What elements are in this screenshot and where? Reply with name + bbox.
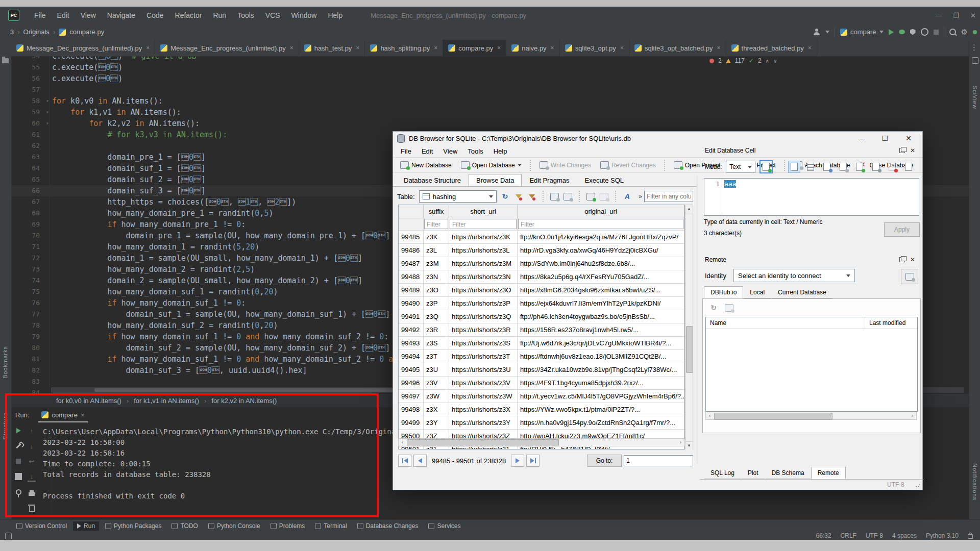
cell[interactable]: ftp://knO.0u1j4zkyi6esga2q.ia/Mz76LJgonH…	[518, 231, 684, 244]
stripe-bookmarks[interactable]: Bookmarks	[2, 346, 8, 379]
cell[interactable]: 99485	[399, 231, 424, 244]
lock-icon[interactable]	[968, 534, 973, 539]
export-icon[interactable]	[853, 161, 866, 173]
cell[interactable]: https://urlshorts/z3K	[449, 231, 518, 244]
maximize-icon[interactable]: ☐	[875, 132, 895, 145]
table-row[interactable]: 99485z3Khttps://urlshorts/z3Kftp://knO.0…	[399, 231, 684, 244]
filter-cell[interactable]: Filter	[449, 218, 518, 231]
scroll-left-icon[interactable]: ‹	[399, 439, 406, 446]
table-row[interactable]: 99499z3Yhttps://urlshorts/z3Yhttps://n.h…	[399, 416, 684, 430]
clear-cell-icon[interactable]	[886, 161, 898, 173]
cell[interactable]: https://YWz.vwo5kpx.t1/ptma/0lP2ZT/?...	[518, 403, 684, 416]
close-icon[interactable]: ✕	[898, 132, 919, 145]
cell[interactable]: 99499	[399, 416, 424, 430]
dock-tab-sql-log[interactable]: SQL Log	[704, 467, 741, 479]
status-item[interactable]: 4 spaces	[892, 532, 917, 539]
user-icon[interactable]	[813, 29, 820, 36]
scroll-right-icon[interactable]: ›	[677, 439, 684, 446]
import-cell-icon[interactable]	[760, 160, 773, 173]
scroll-right-icon[interactable]: ›	[909, 412, 916, 419]
table-row[interactable]: 99489z3Ohttps://urlshorts/z3Ohttps://x8m…	[399, 284, 684, 297]
mode-selector[interactable]: Text	[726, 161, 755, 173]
status-item[interactable]: 66:32	[816, 532, 831, 539]
cell[interactable]: z3K	[424, 231, 449, 244]
save-filters-icon[interactable]	[527, 192, 536, 201]
goto-button[interactable]: Go to:	[587, 455, 622, 467]
cell[interactable]: ftp://Uj.w6d7rk.je3c/qr/jDLvC7gUMkxtoWTl…	[518, 337, 684, 350]
cell[interactable]: https://urlshorts/z3Q	[449, 310, 518, 323]
db-menu-file[interactable]: File	[396, 146, 416, 156]
tab-sqlite3_opt.py[interactable]: sqlite3_opt.py×	[560, 40, 629, 56]
clone-database-icon[interactable]	[724, 303, 733, 312]
db-tab-browse-data[interactable]: Browse Data	[469, 174, 522, 187]
filter-any-column-input[interactable]	[644, 191, 693, 202]
cell[interactable]: https://x8mG6.2034gslo96zxmtkai.s6bwf/uZ…	[518, 284, 684, 297]
float-panel-icon[interactable]	[899, 148, 905, 153]
db-titlebar[interactable]: DB Browser for SQLite - C:\Temp\3\Origin…	[393, 132, 922, 145]
cell[interactable]: https://156R.es237o8ravj1nwh45l.rw5/...	[518, 323, 684, 337]
cell[interactable]: https://urlshorts/z3S	[449, 337, 518, 350]
tab-hash_test.py[interactable]: hash_test.py×	[299, 40, 365, 56]
close-icon[interactable]: ×	[434, 44, 437, 52]
col-header-original_url[interactable]: original_url	[518, 205, 684, 218]
close-icon[interactable]: ×	[551, 44, 554, 52]
cell[interactable]: 99491	[399, 310, 424, 323]
cell[interactable]: ftp://ph46.lch3en4toygwbaz9s.bo/e5jnBsSb…	[518, 310, 684, 323]
cell[interactable]: z3M	[424, 257, 449, 270]
scroll-up-icon[interactable]: ▲	[685, 205, 693, 213]
cell[interactable]: z3O	[424, 284, 449, 297]
cell[interactable]: 99487	[399, 257, 424, 270]
new-record-icon[interactable]	[586, 192, 596, 201]
cell[interactable]: 99486	[399, 244, 424, 257]
cell[interactable]: z3S	[424, 337, 449, 350]
last-record-button[interactable]	[526, 455, 540, 467]
status-item[interactable]: Python 3.10	[926, 532, 959, 539]
table-row[interactable]: 99488z3Nhttps://urlshorts/z3Nhttps://8ka…	[399, 270, 684, 284]
fold-icon[interactable]: ▾	[43, 118, 52, 129]
overflow-chevron-icon[interactable]: »	[639, 193, 642, 200]
cell[interactable]: z3T	[424, 350, 449, 363]
cell[interactable]: 99497	[399, 390, 424, 403]
cell[interactable]: http://rD.vga3kfy.oa/xwGq/46H9Ydz2j0icBX…	[518, 244, 684, 257]
close-icon[interactable]: ✕	[970, 12, 976, 19]
link-icon[interactable]	[870, 161, 882, 173]
prev-problem-icon[interactable]: ∧	[766, 58, 769, 64]
search-icon[interactable]	[949, 29, 956, 35]
cell[interactable]: https://urlshorts/z3X	[449, 403, 518, 416]
tab-sqlite3_opt_batched.py[interactable]: sqlite3_opt_batched.py×	[629, 40, 726, 56]
cell[interactable]: z3Q	[424, 310, 449, 323]
cell[interactable]: http://t.yecv1wz.c5/MIJ4l5T/gO8VPGjyzWhI…	[518, 390, 684, 403]
stripe-sciview[interactable]: SciView	[972, 86, 978, 109]
profiler-button[interactable]	[921, 28, 928, 36]
font-icon[interactable]: A	[623, 192, 632, 201]
cell[interactable]: 99498	[399, 403, 424, 416]
cell[interactable]: https://urlshorts/z3U	[449, 363, 518, 377]
settings-gear-icon[interactable]: ⚙	[961, 28, 968, 36]
cell[interactable]: https://34Zr.uka10wzb9e.81vp/jThgCsqf2Ly…	[518, 363, 684, 377]
status-item[interactable]: CRLF	[841, 532, 856, 539]
tab-Message_Enc_progress_(unlimited).py[interactable]: Message_Enc_progress_(unlimited).py×	[155, 40, 299, 56]
menu-file[interactable]: File	[30, 10, 51, 21]
save-file-icon[interactable]	[837, 161, 849, 173]
menu-window[interactable]: Window	[287, 10, 322, 21]
tab-overflow-icon[interactable]: ⋮	[970, 43, 978, 52]
cell[interactable]: z3N	[424, 270, 449, 284]
close-icon[interactable]: ✕	[910, 256, 915, 263]
table-row[interactable]: 99487z3Mhttps://urlshorts/z3Mhttp://SdYw…	[399, 257, 684, 270]
cell[interactable]: https://8ka2u5p6g.q4/rXFesRYu705GadZ/...	[518, 270, 684, 284]
push-database-icon[interactable]	[901, 269, 918, 284]
cell[interactable]: http://SdYwb.im0lnj64hu2sf8dze.6b8/...	[518, 257, 684, 270]
new-database-button[interactable]: New Database	[397, 160, 455, 170]
next-problem-icon[interactable]: ∨	[773, 58, 777, 64]
toolwindow-python-console[interactable]: Python Console	[204, 521, 264, 531]
table-row[interactable]: 99491z3Qhttps://urlshorts/z3Qftp://ph46.…	[399, 310, 684, 323]
cell[interactable]: https://urlshorts/z3L	[449, 244, 518, 257]
dock-tab-db-schema[interactable]: DB Schema	[765, 467, 811, 479]
filter-cell[interactable]: Filter	[424, 218, 449, 231]
breadcrumb-item[interactable]: Originals	[23, 28, 50, 36]
cell[interactable]: z3Y	[424, 416, 449, 430]
table-row[interactable]: 99494z3Thttps://urlshorts/z3Thttps://ftd…	[399, 350, 684, 363]
tab-naive.py[interactable]: naive.py×	[506, 40, 559, 56]
db-menu-tools[interactable]: Tools	[463, 146, 487, 156]
breadcrumb[interactable]: 3›Originals›compare.py	[10, 28, 104, 36]
